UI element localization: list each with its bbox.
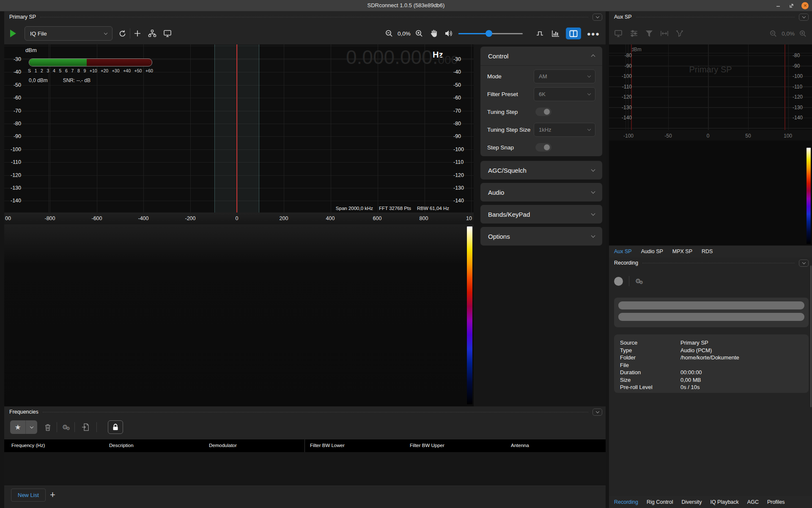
minimize-icon[interactable] <box>774 2 782 9</box>
tuning-step-toggle[interactable] <box>535 108 551 116</box>
filter-edges-icon[interactable] <box>676 30 683 37</box>
control-column: Control Mode AM Filter Preset 6K Tuning … <box>474 44 606 406</box>
s-meter-tick: 4 <box>53 68 55 73</box>
import-export-icon[interactable] <box>82 423 90 431</box>
bands-keypad-title: Bands/KeyPad <box>488 211 530 218</box>
tab-profiles[interactable]: Profiles <box>767 499 785 505</box>
zoom-in-icon[interactable] <box>799 30 807 38</box>
zoom-out-icon[interactable] <box>385 29 393 38</box>
control-section-header[interactable]: Control <box>480 47 602 66</box>
power-value: 0,0 dBm <box>29 77 48 83</box>
mode-row: Mode AM <box>480 67 602 85</box>
toolbar-separator <box>130 28 130 39</box>
speaker-icon[interactable] <box>444 30 453 37</box>
agc-squelch-header[interactable]: AGC/Squelch <box>480 161 602 179</box>
frequency-display[interactable]: 0.000.000. 000 <box>346 48 458 66</box>
aux-frequency-axis[interactable]: -100 -50 0 50 100 <box>609 130 812 141</box>
aux-waterfall-display[interactable] <box>609 141 812 246</box>
primary-collapse-button[interactable] <box>593 14 602 21</box>
span-width-icon[interactable] <box>660 30 669 36</box>
info-value: 0,00 MB <box>680 376 701 384</box>
display-button[interactable] <box>614 29 623 38</box>
filter-icon[interactable] <box>645 30 653 37</box>
tab-rig-control[interactable]: Rig Control <box>647 499 673 505</box>
source-select[interactable]: IQ File <box>25 26 112 41</box>
favorite-split-button[interactable]: ★ <box>10 420 37 434</box>
aux-freq-tick: -50 <box>664 133 672 139</box>
zoom-in-icon[interactable] <box>415 29 423 38</box>
db-tick: -80 <box>6 121 21 127</box>
tab-diversity[interactable]: Diversity <box>682 499 702 505</box>
options-header[interactable]: Options <box>480 227 602 246</box>
chevron-down-icon <box>587 127 591 130</box>
column-header[interactable]: Antenna <box>511 443 529 448</box>
spectrum-display[interactable]: dBm Hz 0.000.000. 000 -30 -40 -50 -60 -7… <box>4 44 474 213</box>
new-list-tab[interactable]: New List <box>11 489 46 502</box>
waterfall-display[interactable] <box>4 224 474 406</box>
close-icon[interactable] <box>801 2 809 9</box>
tuning-cursor[interactable] <box>236 44 237 213</box>
step-snap-toggle[interactable] <box>535 143 551 152</box>
tab-agc[interactable]: AGC <box>747 499 759 505</box>
tab-mpx-sp[interactable]: MPX SP <box>672 248 692 254</box>
frequency-axis[interactable]: 00 -800 -600 -400 -200 0 200 400 600 800… <box>4 213 474 224</box>
column-header[interactable]: Demodulator <box>209 443 237 448</box>
recording-collapse-button[interactable] <box>799 260 809 267</box>
column-divider[interactable] <box>304 439 305 452</box>
aux-spectrum-display[interactable]: dBm Primary SP -80 -90 -100 -110 -120 -1… <box>609 44 812 130</box>
star-icon[interactable]: ★ <box>10 420 25 434</box>
column-header[interactable]: Filter BW Lower <box>310 443 345 448</box>
display-button[interactable] <box>163 29 172 38</box>
bands-keypad-header[interactable]: Bands/KeyPad <box>480 205 602 224</box>
aux-collapse-button[interactable] <box>799 14 809 21</box>
add-button[interactable] <box>134 30 141 37</box>
column-header[interactable]: Frequency (Hz) <box>11 443 45 448</box>
sliders-icon[interactable] <box>630 30 638 37</box>
add-list-button[interactable]: + <box>50 489 55 500</box>
volume-slider-knob[interactable] <box>486 30 492 37</box>
lock-button[interactable] <box>108 420 123 434</box>
audio-header[interactable]: Audio <box>480 183 602 202</box>
delete-icon[interactable] <box>44 423 52 431</box>
mode-select[interactable]: AM <box>534 69 595 83</box>
refresh-button[interactable] <box>118 30 126 38</box>
toolbar-separator <box>57 422 57 432</box>
tuning-step-size-select[interactable]: 1kHz <box>534 123 595 137</box>
recording-settings-icon[interactable]: ⚙⚙ <box>635 277 641 285</box>
toolbar-separator <box>74 422 75 432</box>
zoom-out-icon[interactable] <box>769 30 777 38</box>
db-tick: -80 <box>453 121 469 127</box>
column-header[interactable]: Description <box>109 443 134 448</box>
db-tick: -90 <box>6 133 21 139</box>
aux-waterfall-colorbar <box>807 148 811 244</box>
info-value: Audio (PCM) <box>680 347 712 354</box>
aux-toolbar: 0,0% <box>609 22 812 44</box>
more-options-button[interactable]: ●●● <box>587 30 600 37</box>
favorite-dropdown-button[interactable] <box>25 420 37 434</box>
tab-iq-playback[interactable]: IQ Playback <box>710 499 738 505</box>
filter-preset-select[interactable]: 6K <box>534 87 595 101</box>
filter-preset-value: 6K <box>539 91 546 97</box>
step-response-icon[interactable] <box>536 30 545 37</box>
maximize-icon[interactable] <box>788 2 796 9</box>
tab-recording[interactable]: Recording <box>614 499 638 505</box>
aux-db-tick: -130 <box>615 105 632 110</box>
header-divider <box>40 17 588 17</box>
settings-gears-icon[interactable]: ⚙⚙ <box>62 423 68 431</box>
record-button[interactable] <box>614 277 623 286</box>
volume-slider[interactable] <box>458 30 523 37</box>
control-card: Control Mode AM Filter Preset 6K Tuning … <box>480 47 602 156</box>
tab-rds[interactable]: RDS <box>702 248 713 254</box>
pan-hand-icon[interactable] <box>430 29 438 38</box>
tab-audio-sp[interactable]: Audio SP <box>641 248 663 254</box>
scrollbar[interactable] <box>810 265 812 407</box>
frequencies-panel: Frequencies ★ ⚙⚙ Frequency (Hz) Descript… <box>4 406 606 508</box>
tab-aux-sp[interactable]: Aux SP <box>614 248 632 254</box>
network-button[interactable] <box>148 29 156 38</box>
frequencies-table-body[interactable] <box>4 452 606 486</box>
play-button[interactable] <box>10 29 19 38</box>
frequencies-collapse-button[interactable] <box>593 409 602 416</box>
split-view-button[interactable] <box>566 28 581 39</box>
column-header[interactable]: Filter BW Upper <box>410 443 444 448</box>
histogram-view-icon[interactable] <box>551 30 560 37</box>
